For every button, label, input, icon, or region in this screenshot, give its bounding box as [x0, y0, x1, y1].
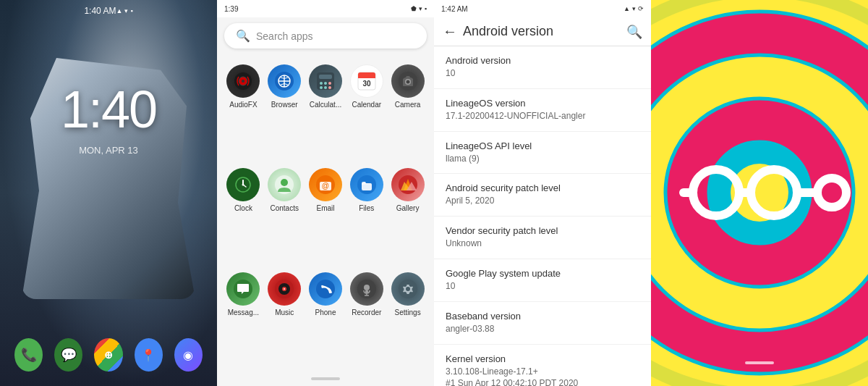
app-files[interactable]: Files [347, 164, 386, 264]
lockscreen-date: MON, APR 13 [0, 145, 217, 156]
chrome-icon: ⊕ [104, 349, 113, 361]
lockscreen-time-status: 1:40 AM [84, 6, 116, 16]
calculator-icon [309, 64, 342, 98]
music-label: Music [275, 309, 294, 317]
kernel-value: 3.10.108-Lineage-17.1+ #1 Sun Apr 12 00:… [446, 366, 639, 386]
email-icon: @ [309, 168, 342, 201]
app-settings[interactable]: Settings [388, 268, 427, 369]
dock-phone-button[interactable]: 📞 [14, 338, 43, 372]
lineageos-version-value: 17.1-20200412-UNOFFICIAL-angler [446, 110, 639, 122]
about-status-bar: 1:42 AM ▲ ▾ ⟳ [434, 0, 651, 17]
svg-point-7 [320, 82, 323, 85]
back-button[interactable]: ← [443, 23, 457, 40]
about-signal-icon: ▲ [624, 5, 630, 12]
settings-label: Settings [395, 309, 421, 317]
app-camera[interactable]: Camera [388, 60, 427, 161]
dock-maps-button[interactable]: 📍 [135, 338, 163, 372]
security-patch-value: April 5, 2020 [446, 195, 639, 207]
maps-icon: 📍 [141, 348, 156, 362]
messages-icon [226, 272, 260, 306]
dock-assistant-button[interactable]: ◉ [174, 338, 203, 372]
search-icon: 🔍 [236, 29, 250, 43]
lockscreen-panel: 1:40 AM ▲ ▾ ▪ 1:40 MON, APR 13 📞 💬 ⊕ 📍 ◉ [0, 0, 217, 386]
app-phone[interactable]: Phone [307, 268, 345, 369]
contacts-label: Contacts [270, 204, 298, 213]
camera-label: Camera [395, 101, 421, 109]
search-button[interactable]: 🔍 [626, 24, 642, 40]
audiofx-icon [226, 64, 260, 98]
app-messages[interactable]: Messag... [224, 268, 263, 369]
lineageos-panel [651, 0, 868, 386]
about-toolbar: ← Android version 🔍 [434, 17, 651, 46]
app-contacts[interactable]: Contacts [265, 164, 304, 264]
dock-chrome-button[interactable]: ⊕ [94, 338, 122, 372]
kernel-label: Kernel version [446, 353, 639, 364]
lineageos-api-label: LineageOS API level [446, 140, 639, 151]
dock-messages-button[interactable]: 💬 [54, 338, 82, 372]
apps-grid: AudioFX Browser [217, 54, 434, 374]
phone-icon: 📞 [21, 347, 37, 363]
phone-label: Phone [315, 309, 336, 317]
android-version-label: Android version [446, 55, 639, 66]
search-placeholder: Search apps [256, 30, 313, 42]
page-title: Android version [463, 24, 621, 39]
app-gallery[interactable]: Gallery [388, 164, 427, 264]
app-drawer-panel: 1:39 ⬟ ▾ ▪ 🔍 Search apps AudioFX [217, 0, 434, 386]
drawer-status-icons: ⬟ ▾ ▪ [411, 5, 427, 12]
app-email[interactable]: @ Email [307, 164, 345, 264]
email-label: Email [316, 204, 334, 213]
signal-icon: ▲ [116, 7, 122, 14]
drawer-battery-icon: ▪ [425, 5, 427, 12]
app-music[interactable]: Music [265, 268, 304, 369]
svg-point-48 [406, 287, 410, 291]
google-play-item: Google Play system update 10 [434, 259, 651, 302]
drawer-wifi-icon: ▾ [419, 5, 422, 12]
lineageos-version-item: LineageOS version 17.1-20200412-UNOFFICI… [434, 89, 651, 132]
app-audiofx[interactable]: AudioFX [224, 60, 263, 161]
lineageos-version-label: LineageOS version [446, 98, 639, 109]
settings-icon [391, 272, 425, 306]
drawer-time: 1:39 [224, 5, 238, 13]
svg-point-10 [320, 86, 323, 89]
phone-icon [309, 272, 342, 306]
lineageos-api-item: LineageOS API level llama (9) [434, 132, 651, 175]
app-recorder[interactable]: Recorder [347, 268, 386, 369]
baseband-value: angler-03.88 [446, 323, 639, 335]
drawer-signal-icon: ⬟ [411, 5, 417, 12]
calendar-label: Calendar [352, 101, 381, 109]
about-status-icons: ▲ ▾ ⟳ [624, 5, 644, 12]
browser-label: Browser [271, 101, 298, 109]
vendor-patch-item: Vendor security patch level Unknown [434, 217, 651, 259]
android-version-panel: 1:42 AM ▲ ▾ ⟳ ← Android version 🔍 Androi… [434, 0, 651, 386]
google-play-value: 10 [446, 280, 639, 293]
about-time: 1:42 AM [441, 5, 468, 13]
svg-point-26 [281, 179, 288, 186]
kernel-item: Kernel version 3.10.108-Lineage-17.1+ #1… [434, 345, 651, 386]
svg-point-2 [242, 80, 244, 83]
about-content: Android version 10 LineageOS version 17.… [434, 46, 651, 386]
recorder-icon [350, 272, 383, 306]
clock-label: Clock [234, 204, 252, 213]
lineageos-api-value: llama (9) [446, 153, 639, 165]
files-label: Files [359, 204, 374, 213]
music-icon [268, 272, 301, 306]
camera-icon [391, 64, 425, 98]
battery-icon: ▪ [130, 7, 132, 14]
files-icon [350, 168, 383, 201]
lockscreen-status-bar: 1:40 AM ▲ ▾ ▪ [0, 6, 217, 16]
app-browser[interactable]: Browser [265, 60, 304, 161]
security-patch-label: Android security patch level [446, 182, 639, 193]
baseband-item: Baseband version angler-03.88 [434, 302, 651, 345]
svg-point-41 [316, 280, 335, 298]
app-calculator[interactable]: Calculat... [307, 60, 345, 161]
svg-point-9 [328, 82, 331, 85]
app-clock[interactable]: Clock [224, 164, 263, 264]
app-calendar[interactable]: 30 Calendar [347, 60, 386, 161]
lockscreen-status-icons: ▲ ▾ ▪ [116, 7, 132, 14]
search-bar[interactable]: 🔍 Search apps [224, 23, 427, 49]
security-patch-item: Android security patch level April 5, 20… [434, 174, 651, 217]
about-battery-icon: ⟳ [638, 5, 644, 12]
lineageos-logo-bg [651, 0, 868, 386]
calculator-label: Calculat... [310, 101, 341, 109]
wifi-icon: ▾ [124, 7, 128, 14]
